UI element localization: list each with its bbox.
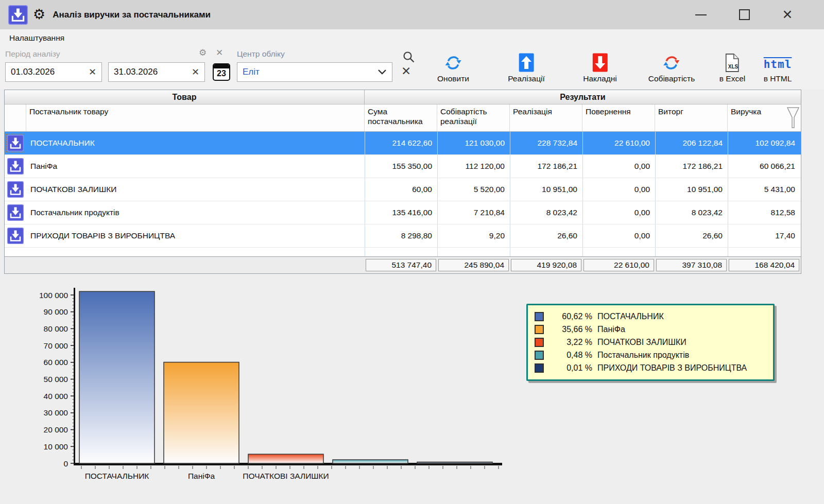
value-cell: 8 023,42 [510, 201, 582, 224]
table-row[interactable]: ПРИХОДИ ТОВАРІВ З ВИРОБНИЦТВА8 298,809,2… [5, 224, 801, 248]
value-cell: 0,00 [582, 201, 655, 224]
row-expand-icon[interactable] [5, 178, 26, 201]
group-header-product: Товар [5, 90, 365, 104]
svg-text:90 000: 90 000 [44, 307, 68, 316]
row-expand-icon[interactable] [5, 201, 26, 224]
close-button[interactable]: ✕ [780, 7, 795, 23]
export-html-button[interactable]: html в HTML [764, 51, 792, 83]
settings-gear-icon[interactable]: ⚙ [33, 8, 45, 22]
minimize-button[interactable] [693, 7, 709, 23]
totals-values: 513 747,40245 890,04419 920,0822 610,003… [365, 259, 801, 271]
period-clear-icon[interactable]: ✕ [216, 48, 223, 57]
menu-item-settings[interactable]: Налаштування [9, 33, 64, 43]
x-axis-label: ПОСТАЧАЛЬНИК [85, 472, 149, 480]
value-cell: 7 210,84 [437, 201, 510, 224]
center-label: Центр обліку [237, 49, 285, 59]
legend-percent: 0,01 % [549, 363, 592, 373]
chart-bar [164, 362, 239, 463]
column-header-row: Постачальник товару Сума постачальника С… [5, 105, 801, 132]
row-expand-icon[interactable] [5, 132, 26, 154]
svg-text:0: 0 [63, 459, 68, 468]
center-clear-icon[interactable]: ✕ [401, 64, 411, 78]
supplier-name: ПаніФа [26, 155, 365, 178]
row-expand-icon[interactable] [5, 155, 26, 178]
invoices-button[interactable]: Накладні [583, 51, 616, 83]
filter-funnel-icon[interactable] [787, 107, 799, 129]
value-cell: 112 120,00 [437, 155, 510, 178]
date-from-input[interactable]: 01.03.2026 ✕ [5, 62, 102, 82]
export-excel-button[interactable]: XLS в Excel [719, 51, 745, 83]
column-header-cost[interactable]: Собівартість реалізації [437, 105, 510, 131]
legend-item: 60,62 %ПОСТАЧАЛЬНИК [535, 310, 768, 323]
supplier-name: ПОСТАЧАЛЬНИК [26, 132, 365, 154]
value-cell: 121 030,00 [437, 132, 510, 154]
legend-color-chip [535, 325, 544, 334]
supplier-name: ПОЧАТКОВІ ЗАЛИШКИ [26, 178, 365, 201]
legend-color-chip [535, 312, 544, 321]
value-cell: 10 951,00 [510, 178, 582, 201]
table-body: ПОСТАЧАЛЬНИК214 622,60121 030,00228 732,… [5, 132, 801, 248]
totals-row: 513 747,40245 890,04419 920,0822 610,003… [5, 256, 801, 273]
menu-bar: Налаштування [0, 29, 824, 47]
maximize-button[interactable] [736, 7, 752, 23]
total-value: 168 420,04 [729, 259, 799, 271]
app-logo-icon [8, 5, 28, 25]
table-row[interactable]: ПОСТАЧАЛЬНИК214 622,60121 030,00228 732,… [5, 132, 801, 155]
value-cell: 26,60 [655, 224, 728, 247]
xls-file-icon: XLS [725, 51, 740, 72]
value-cell: 0,00 [582, 178, 655, 201]
legend-color-chip [535, 363, 544, 373]
legend-label: ПОЧАТКОВІ ЗАЛИШКИ [597, 338, 686, 347]
column-header-sales[interactable]: Реалізація [510, 105, 582, 131]
total-value: 419 920,08 [511, 259, 581, 271]
value-cell: 5 431,00 [728, 178, 800, 201]
column-header-returns[interactable]: Повернення [582, 105, 655, 131]
value-cell: 8 023,42 [655, 201, 728, 224]
period-label: Період аналізу [5, 49, 60, 59]
search-icon[interactable] [402, 50, 416, 64]
legend-percent: 35,66 % [549, 325, 592, 334]
arrow-up-square-icon [519, 51, 534, 72]
total-value: 397 310,08 [656, 259, 727, 271]
value-cell: 812,58 [728, 201, 800, 224]
column-header-revenue[interactable]: Виручка [728, 105, 801, 131]
table-row[interactable]: Постачальник продуктів135 416,007 210,84… [5, 201, 801, 224]
date-to-clear-icon[interactable]: ✕ [186, 66, 204, 78]
svg-text:10 000: 10 000 [44, 442, 68, 451]
legend-color-chip [535, 351, 544, 360]
total-value: 245 890,04 [438, 259, 509, 271]
column-header-supplier-sum[interactable]: Сума постачальника [365, 105, 437, 131]
row-expand-icon[interactable] [5, 224, 26, 247]
legend-label: Постачальник продуктів [597, 351, 689, 360]
svg-text:40 000: 40 000 [44, 392, 68, 401]
legend-percent: 0,48 % [549, 351, 592, 360]
value-cell: 155 350,00 [365, 155, 437, 178]
table-row[interactable]: ПаніФа155 350,00112 120,00172 186,210,00… [5, 155, 801, 178]
column-header-proceeds[interactable]: Виторг [655, 105, 728, 131]
legend-item: 3,22 %ПОЧАТКОВІ ЗАЛИШКИ [535, 336, 768, 349]
date-from-clear-icon[interactable]: ✕ [83, 66, 101, 78]
sales-button[interactable]: Реалізації [508, 51, 545, 83]
x-axis-label: ПОЧАТКОВІ ЗАЛИШКИ [243, 472, 329, 480]
cost-button[interactable]: Собівартість [648, 51, 695, 83]
svg-text:30 000: 30 000 [44, 408, 68, 417]
legend-color-chip [535, 338, 544, 347]
chart-bar [248, 454, 323, 463]
date-to-input[interactable]: 31.03.2026 ✕ [108, 62, 205, 82]
column-header-supplier[interactable]: Постачальник товару [26, 105, 365, 131]
center-select[interactable]: Еліт [237, 62, 392, 82]
calendar-icon[interactable]: 23 [213, 63, 230, 81]
value-cell: 26,60 [510, 224, 582, 247]
chevron-down-icon[interactable] [377, 69, 387, 75]
table-row[interactable]: ПОЧАТКОВІ ЗАЛИШКИ60,005 520,0010 951,000… [5, 178, 801, 201]
period-gear-icon[interactable]: ⚙ [199, 48, 207, 57]
svg-text:50 000: 50 000 [44, 375, 68, 384]
svg-text:70 000: 70 000 [44, 341, 68, 350]
total-value: 513 747,40 [366, 259, 436, 271]
chart-legend: 60,62 %ПОСТАЧАЛЬНИК35,66 %ПаніФа3,22 %ПО… [526, 304, 775, 381]
group-header-results: Результати [365, 90, 801, 104]
legend-percent: 60,62 % [549, 312, 592, 321]
chart-panel: 010 00020 00030 00040 00050 00060 00070 … [0, 274, 824, 504]
refresh-icon [444, 51, 462, 72]
refresh-button[interactable]: Оновити [437, 51, 469, 83]
